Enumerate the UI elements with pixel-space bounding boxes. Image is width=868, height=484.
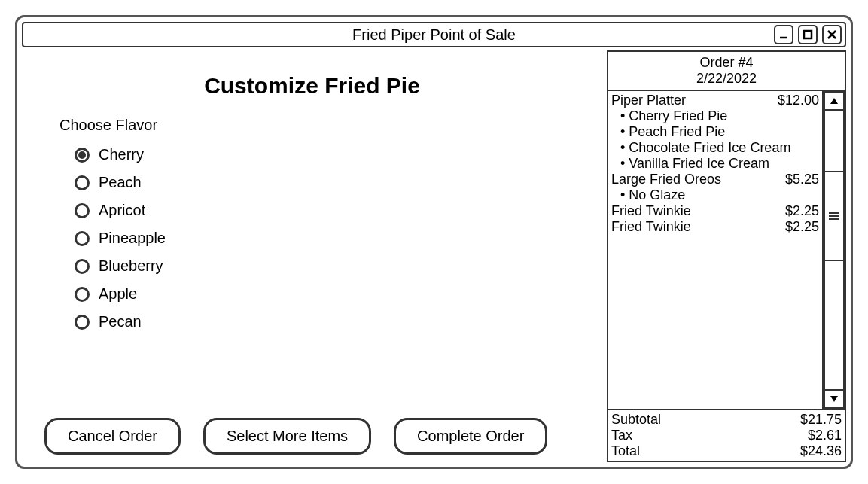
order-panel: Order #4 2/22/2022 Piper Platter$12.00• … [607,50,846,462]
customize-title: Customize Fried Pie [37,73,587,99]
flavor-option-apricot[interactable]: Apricot [75,202,587,219]
close-icon [827,29,837,40]
svg-rect-1 [804,31,812,38]
flavor-radio-group: CherryPeachApricotPineappleBlueberryAppl… [75,146,587,403]
order-item-list: Piper Platter$12.00• Cherry Fried Pie• P… [608,91,824,409]
order-item-price: $12.00 [778,93,819,108]
order-sub-item: • Peach Fried Pie [611,124,819,140]
scroll-down-button[interactable] [824,389,845,409]
order-line-item: Fried Twinkie$2.25 [611,203,819,219]
flavor-option-blueberry[interactable]: Blueberry [75,257,587,275]
scroll-up-button[interactable] [824,91,845,111]
flavor-option-label: Pecan [99,313,142,330]
order-item-price: $5.25 [785,172,819,187]
maximize-icon [803,29,813,40]
cancel-order-button[interactable]: Cancel Order [44,418,181,455]
select-more-items-button[interactable]: Select More Items [203,418,371,455]
close-button[interactable] [822,25,842,44]
order-sub-item: • Vanilla Fried Ice Cream [611,156,819,172]
order-line-item: Large Fried Oreos$5.25 [611,172,819,187]
order-item-price: $2.25 [785,219,819,235]
radio-icon [75,259,90,274]
radio-icon [75,287,90,302]
svg-marker-4 [830,98,838,104]
flavor-option-label: Blueberry [99,257,163,275]
order-number: Order #4 [608,55,845,71]
flavor-option-pineapple[interactable]: Pineapple [75,230,587,247]
order-item-name: Fried Twinkie [611,203,691,219]
order-line-item: Fried Twinkie$2.25 [611,219,819,235]
flavor-option-peach[interactable]: Peach [75,174,587,191]
chevron-down-icon [830,395,839,403]
window-controls [774,25,842,44]
order-item-name: Fried Twinkie [611,219,691,235]
subtotal-row: Subtotal $21.75 [611,412,842,428]
flavor-option-pecan[interactable]: Pecan [75,313,587,330]
flavor-option-cherry[interactable]: Cherry [75,146,587,163]
radio-icon [75,148,90,163]
order-totals: Subtotal $21.75 Tax $2.61 Total $24.36 [608,409,845,461]
content-area: Customize Fried Pie Choose Flavor Cherry… [22,50,846,462]
svg-marker-5 [830,396,838,402]
radio-icon [75,231,90,246]
order-sub-item: • Chocolate Fried Ice Cream [611,140,819,156]
order-sub-item: • No Glaze [611,187,819,203]
radio-icon [75,175,90,190]
scrollbar [824,91,845,409]
order-date: 2/22/2022 [608,71,845,87]
minimize-button[interactable] [774,25,793,44]
total-row: Total $24.36 [611,443,842,459]
order-item-name: Piper Platter [611,93,686,108]
total-value: $24.36 [800,443,842,459]
order-item-name: Large Fried Oreos [611,172,721,187]
tax-row: Tax $2.61 [611,428,842,443]
complete-order-button[interactable]: Complete Order [394,418,547,455]
flavor-option-label: Apricot [99,202,145,219]
tax-value: $2.61 [808,428,842,443]
order-header: Order #4 2/22/2022 [608,52,845,91]
customize-panel: Customize Fried Pie Choose Flavor Cherry… [22,50,602,462]
flavor-section-label: Choose Flavor [59,117,587,134]
total-label: Total [611,443,640,459]
order-body: Piper Platter$12.00• Cherry Fried Pie• P… [608,91,845,409]
flavor-option-apple[interactable]: Apple [75,285,587,303]
tax-label: Tax [611,428,632,443]
radio-icon [75,203,90,218]
action-button-row: Cancel Order Select More Items Complete … [44,418,587,455]
maximize-button[interactable] [798,25,818,44]
flavor-option-label: Cherry [99,146,144,163]
flavor-option-label: Apple [99,285,137,303]
order-line-item: Piper Platter$12.00 [611,93,819,108]
app-window: Fried Piper Point of Sale Customize Frie… [15,15,853,469]
scroll-track[interactable] [824,111,845,389]
window-title: Fried Piper Point of Sale [352,26,516,44]
subtotal-value: $21.75 [800,412,842,428]
chevron-up-icon [830,97,839,105]
scroll-thumb[interactable] [825,171,843,261]
minimize-icon [778,29,789,40]
title-bar: Fried Piper Point of Sale [22,22,846,47]
flavor-option-label: Peach [99,174,142,191]
order-sub-item: • Cherry Fried Pie [611,108,819,124]
flavor-option-label: Pineapple [99,230,166,247]
radio-icon [75,315,90,330]
subtotal-label: Subtotal [611,412,661,428]
order-item-price: $2.25 [785,203,819,219]
